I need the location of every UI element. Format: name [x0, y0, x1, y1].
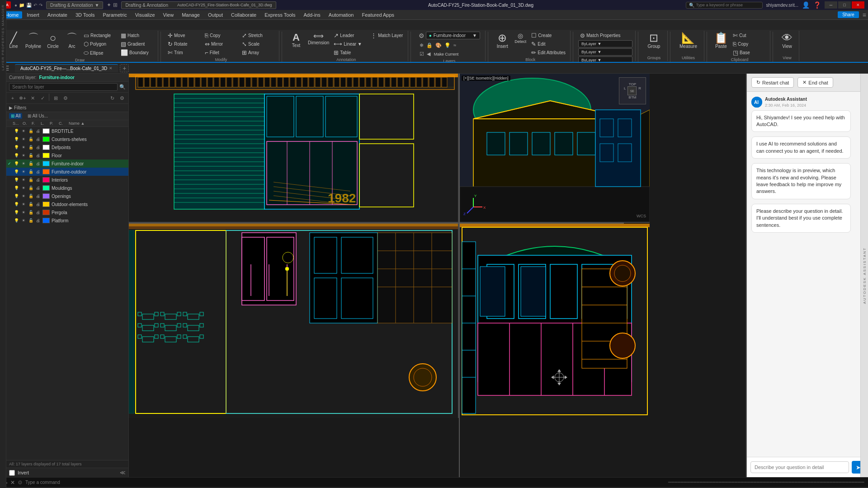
menu-view[interactable]: View [160, 11, 178, 19]
title-undo-btn[interactable]: ↶ [33, 3, 37, 8]
make-current-btn[interactable]: Make Current [432, 50, 461, 58]
rotate-btn[interactable]: ↻Rotate [166, 40, 202, 48]
invert-checkbox[interactable] [9, 470, 15, 476]
layer-row[interactable]: 💡 ☀ 🔓 🖨 Outdoor-elements [6, 200, 128, 208]
layer-color-btn[interactable]: 🎨 [434, 42, 443, 49]
help-icon[interactable]: ❓ [813, 1, 821, 9]
file-dropdown[interactable]: Drafting & Annotation AutoCAD-FY25_Fire-… [121, 1, 276, 9]
viewport[interactable]: 1982 [+][SE Isometric][Hidden] [129, 74, 746, 477]
menu-annotate[interactable]: Annotate [44, 11, 71, 19]
layer-row[interactable]: 💡 ☀ 🔓 🖨 Openings [6, 192, 128, 200]
menu-3dtools[interactable]: 3D Tools [72, 11, 99, 19]
layer-search-input[interactable] [9, 83, 118, 91]
layer-row[interactable]: 💡 ☀ 🔓 🖨 Pergola [6, 208, 128, 216]
trim-btn[interactable]: ✄Trim [166, 49, 202, 56]
title-new-btn[interactable]: ● [14, 3, 17, 8]
close-tab-btn[interactable]: ✕ [109, 66, 113, 70]
settings-btn[interactable]: ⚙ [61, 94, 70, 103]
title-open-btn[interactable]: 📁 [19, 3, 24, 8]
boundary-btn[interactable]: ⬜Boundary [119, 49, 155, 56]
layer-row[interactable]: 💡 ☀ 🔓 🖨 Mouldings [6, 184, 128, 192]
table-btn[interactable]: ⊞Table [332, 49, 368, 56]
end-chat-btn[interactable]: ✕ End chat [797, 77, 833, 88]
move-btn[interactable]: ✛Move [166, 32, 202, 39]
search-icon[interactable]: 🔍 [119, 84, 126, 90]
share-btn[interactable]: Share [838, 11, 859, 18]
menu-manage[interactable]: Manage [178, 11, 203, 19]
viewport-bottom-right[interactable] [460, 224, 650, 418]
text-btn[interactable]: A Text [287, 32, 305, 49]
menu-insert[interactable]: Insert [23, 11, 43, 19]
menu-addins[interactable]: Add-ins [300, 11, 324, 19]
menu-output[interactable]: Output [204, 11, 226, 19]
menu-featured[interactable]: Featured Apps [358, 11, 398, 19]
command-scrollbar[interactable]: ━━━━━━━━━━━━━━━━━━━━━━━━━━━━━━━━━━━━━━━━… [668, 479, 864, 485]
copy-clip-btn[interactable]: ⎘Copy [731, 40, 767, 48]
new-layer-btn[interactable]: + [8, 94, 17, 103]
workspace-selector[interactable]: Drafting & Annotation ▼ [46, 1, 103, 9]
layer-selector[interactable]: ● Furniture-indoor ▼ [426, 32, 480, 39]
title-save-btn[interactable]: 💾 [26, 3, 32, 8]
leader-btn[interactable]: ↗Leader [332, 32, 368, 39]
layer-match-btn[interactable]: ≈ [453, 42, 457, 49]
invert-label[interactable]: Invert [18, 470, 29, 475]
layer-row[interactable]: 💡 ☀ 🔓 🖨 Furniture-outdoor [6, 168, 128, 176]
delete-layer-btn[interactable]: ✕ [28, 94, 37, 103]
create-block-btn[interactable]: ☐Create [529, 32, 567, 39]
line-btn[interactable]: ╱ Line [5, 32, 23, 50]
fillet-btn[interactable]: ⌐Fillet [203, 49, 239, 56]
menu-visualize[interactable]: Visualize [132, 11, 159, 19]
search-input[interactable] [696, 3, 760, 7]
stretch-btn[interactable]: ⤢Stretch [240, 32, 276, 39]
filter-allused-item[interactable]: ⊞ All Us... [26, 113, 50, 119]
mirror-btn[interactable]: ⇔Mirror [203, 40, 239, 48]
close-btn[interactable]: ✕ [852, 1, 864, 9]
filter-all-item[interactable]: ⊞ All [9, 113, 22, 119]
viewport-top-left[interactable]: 1982 [129, 74, 459, 223]
title-redo-btn[interactable]: ↷ [39, 3, 42, 8]
viewport-top-right[interactable]: [+][SE Isometric][Hidden] [460, 74, 650, 223]
toolbar-icon-1[interactable]: ✦ [107, 2, 111, 8]
new-tab-btn[interactable]: + [120, 64, 129, 72]
chat-question-input[interactable] [750, 461, 849, 473]
insert-btn[interactable]: ⊕ Insert [493, 32, 511, 50]
layer-prev-btn[interactable]: ◀ [426, 50, 431, 58]
menu-parametric[interactable]: Parametric [99, 11, 131, 19]
prop-layer-dropdown[interactable]: ByLayer ▼ [578, 40, 632, 47]
layer-row[interactable]: 💡 ☀ 🔓 🖨 Platform [6, 216, 128, 225]
menu-collaborate[interactable]: Collaborate [227, 11, 260, 19]
search-box[interactable]: 🔍 [686, 2, 763, 9]
layer-row[interactable]: 💡 ☀ 🔓 🖨 BRDTITLE [6, 127, 128, 135]
set-current-btn[interactable]: ✓ [38, 94, 47, 103]
gradient-btn[interactable]: ▧Gradient [119, 40, 155, 48]
make-current-layer-btn[interactable]: ☑ [419, 50, 425, 58]
layer-row[interactable]: 💡 ☀ 🔓 🖨 Counters-shelves [6, 135, 128, 143]
prop-color-dropdown[interactable]: ByLayer ▼ [578, 48, 632, 56]
new-freeze-layer-btn[interactable]: ❄+ [18, 94, 27, 103]
measure-btn[interactable]: 📐 Measure [678, 32, 699, 50]
layer-row[interactable]: ✓ 💡 ☀ 🔓 🖨 Furniture-indoor [6, 160, 128, 168]
command-cancel-btn[interactable]: ✕ [10, 479, 15, 486]
cut-btn[interactable]: ✄Cut [731, 32, 767, 39]
layer-lock-btn[interactable]: 🔒 [425, 42, 434, 49]
maximize-btn[interactable]: □ [838, 1, 851, 9]
edit-attr-btn[interactable]: ✏Edit Attributes [529, 49, 567, 56]
nav-cube[interactable]: TOP LSER BTM [619, 77, 646, 104]
layer-on-btn[interactable]: 💡 [443, 42, 452, 49]
detect-btn[interactable]: ◎ Detect [512, 32, 528, 45]
more-options[interactable]: ≡ [863, 11, 866, 19]
hatch-btn[interactable]: ▦Hatch [119, 32, 155, 39]
layer-settings-btn[interactable]: ⚙ [118, 94, 127, 103]
restart-chat-btn[interactable]: ↻ Restart chat [751, 77, 794, 88]
match-properties-btn[interactable]: ⊜Match Properties [578, 32, 632, 39]
command-input[interactable] [25, 480, 344, 485]
prop-linetype-dropdown[interactable]: ByLayer ▼ [578, 56, 632, 62]
menu-express[interactable]: Express Tools [261, 11, 299, 19]
array-btn[interactable]: ⊞Array [240, 49, 276, 56]
viewport-bottom-left[interactable] [129, 224, 459, 418]
doc-tab-main[interactable]: AutoCAD-FY25_Fire—...Book-Cafe_01_3D ✕ [15, 64, 118, 72]
circle-btn[interactable]: ○ Circle [44, 32, 62, 50]
minimize-btn[interactable]: ─ [825, 1, 837, 9]
user-account[interactable]: shiyamdev.srit... [766, 3, 799, 8]
linear-btn[interactable]: ⟷Linear ▼ [332, 40, 368, 48]
